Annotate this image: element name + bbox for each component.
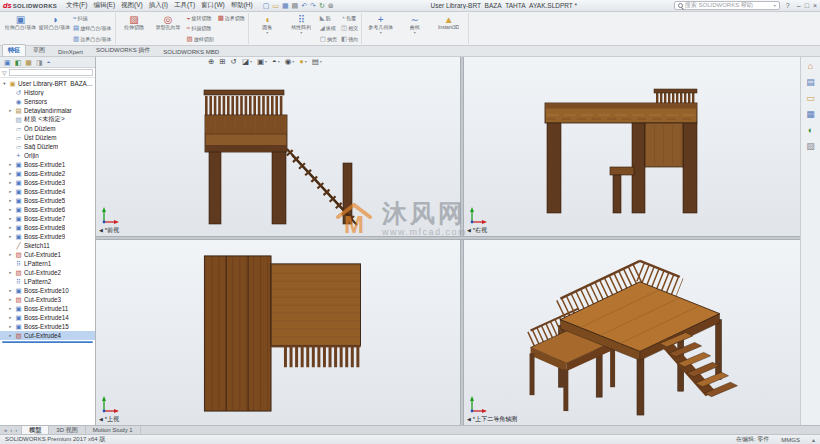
feature-tree-item[interactable]: ▸ ▣ Boss-Extrude6 [0, 205, 95, 214]
options-icon[interactable]: ⊛ [328, 2, 334, 9]
command-tab[interactable]: SOLIDWORKS MBD [157, 47, 225, 56]
feature-tree-item[interactable]: ▸ ⠿ LPattern2 [0, 277, 95, 286]
feature-tree-item[interactable]: ▸ ▣ Boss-Extrude15 [0, 322, 95, 331]
headsup-button[interactable]: ▤ ▾ [312, 58, 322, 66]
expand-arrow-icon[interactable]: ▸ [8, 207, 13, 212]
feature-tree-item[interactable]: ▸ ▱ Üst Düzlem [0, 133, 95, 142]
ribbon-button-large[interactable]: ▲ Instant3D ▾ [432, 13, 465, 44]
expand-arrow-icon[interactable]: ▸ [8, 189, 13, 194]
menu-item[interactable]: 工具(T) [174, 1, 195, 10]
expand-arrow-icon[interactable]: ▸ [8, 216, 13, 221]
minimize-icon[interactable]: – [797, 2, 801, 9]
units-selector[interactable]: MMGS [781, 437, 800, 443]
expand-arrow-icon[interactable]: ▸ [8, 333, 13, 338]
custom-properties-icon[interactable]: ▨ [806, 142, 815, 151]
command-tab[interactable]: 草图 [27, 44, 51, 56]
file-explorer-icon[interactable]: ▭ [806, 94, 815, 103]
feature-tree-item[interactable]: ▸ ╱ Sketch11 [0, 241, 95, 250]
expand-arrow-icon[interactable]: ▸ [8, 180, 13, 185]
document-tab[interactable]: 3D 视图 [49, 426, 85, 434]
feature-tree-root[interactable]: ▾ ▣ User Library-BRT_BAZA_TAHTA_AYAK [0, 79, 95, 88]
feature-tree-item[interactable]: ▸ ▨ Cut-Extrude4 [0, 331, 95, 340]
ribbon-button-large[interactable]: ◖ 圆角 ▾ [251, 13, 284, 44]
ribbon-button-large[interactable]: ∼ 曲线 ▾ [398, 13, 431, 44]
ribbon-button-large[interactable]: ⠿ 线性阵列 ▾ [285, 13, 318, 44]
feature-tree-item[interactable]: ▸ ▣ Boss-Extrude3 [0, 178, 95, 187]
rebuild-icon[interactable]: ↻ [319, 2, 325, 9]
viewport-split-arrow-icon[interactable]: ◀ [467, 417, 471, 422]
feature-manager-tab-icon[interactable]: ▣ [4, 59, 11, 66]
search-dropdown-icon[interactable]: ▾ [774, 4, 776, 8]
ribbon-button-small[interactable]: ▧ 放样切割 [186, 36, 215, 43]
menu-item[interactable]: 视图(V) [121, 1, 143, 10]
ribbon-button-large[interactable]: ◎ 异型孔向导 ▾ [152, 13, 185, 44]
feature-tree-item[interactable]: ▸ ↺ History [0, 88, 95, 97]
viewport-right[interactable]: ◀ *右视 [464, 57, 800, 236]
ribbon-button-small[interactable]: ▢ 抽壳 [319, 36, 338, 43]
feature-tree-item[interactable]: ▸ + Orijin [0, 151, 95, 160]
feature-tree-item[interactable]: ▸ ▣ Boss-Extrude1 [0, 160, 95, 169]
next-tab-icon[interactable]: › [15, 427, 17, 433]
maximize-icon[interactable]: □ [805, 2, 809, 9]
menu-item[interactable]: 文件(F) [66, 1, 87, 10]
expand-arrow-icon[interactable]: ▸ [8, 315, 13, 320]
new-icon[interactable]: ▢ [263, 2, 270, 9]
ribbon-button-small[interactable]: ◫ 相交 [340, 25, 359, 32]
headsup-button[interactable]: ◪ ▾ [242, 58, 252, 66]
feature-tree-item[interactable]: ▸ ▨ Cut-Extrude3 [0, 295, 95, 304]
expand-arrow-icon[interactable]: ▸ [8, 306, 13, 311]
headsup-button[interactable]: ● ▾ [299, 58, 307, 66]
viewport-top[interactable]: ◀ *上视 [96, 240, 460, 425]
dimxpert-tab-icon[interactable]: ◨ [36, 59, 43, 66]
headsup-button[interactable]: ◓ ▾ [272, 58, 280, 66]
document-tab[interactable]: Motion Study 1 [86, 426, 141, 434]
feature-tree-item[interactable]: ▸ ▣ Boss-Extrude8 [0, 223, 95, 232]
feature-tree-item[interactable]: ▸ ▱ Ön Düzlem [0, 124, 95, 133]
feature-tree-item[interactable]: ▸ ◉ Sensors [0, 97, 95, 106]
ribbon-button-large[interactable]: ◑ 旋转凸台/基体 ▾ [38, 13, 71, 44]
headsup-button[interactable]: ↺ ▾ [231, 58, 237, 66]
feature-tree-item[interactable]: ▸ ▤ Detaylandırmalar [0, 106, 95, 115]
headsup-button[interactable]: ◉ ▾ [285, 58, 295, 66]
menu-item[interactable]: 编辑(E) [93, 1, 115, 10]
feature-tree-item[interactable]: ▸ ▣ Boss-Extrude2 [0, 169, 95, 178]
viewport-splitter-vertical[interactable] [460, 57, 464, 425]
save-icon[interactable]: ▦ [282, 2, 289, 9]
expand-arrow-icon[interactable]: ▸ [8, 171, 13, 176]
command-tab[interactable]: 特征 [2, 44, 26, 56]
headsup-button[interactable]: ⊞ ▾ [219, 58, 225, 66]
ribbon-button-small[interactable]: ▩ 边界切除 [217, 15, 246, 22]
redo-icon[interactable]: ↷ [310, 2, 316, 9]
feature-tree-item[interactable]: ▸ ▣ Boss-Extrude10 [0, 286, 95, 295]
ribbon-button-small[interactable]: ◔ 包覆 [340, 15, 359, 22]
expand-arrow-icon[interactable]: ▸ [8, 288, 13, 293]
headsup-button[interactable]: ⊕ ▾ [208, 58, 214, 66]
viewport-split-arrow-icon[interactable]: ◀ [99, 228, 103, 233]
feature-tree-item[interactable]: ▸ ▣ Boss-Extrude11 [0, 304, 95, 313]
ribbon-button-small[interactable]: ≈ 扫描切除 [186, 25, 215, 32]
expand-arrow-icon[interactable]: ▸ [8, 270, 13, 275]
display-manager-tab-icon[interactable]: ◓ [47, 59, 51, 66]
feature-tree-item[interactable]: ▸ ▣ Boss-Extrude4 [0, 187, 95, 196]
feature-tree-filter-input[interactable] [9, 69, 93, 76]
ribbon-button-large[interactable]: + 参考几何体 ▾ [364, 13, 397, 44]
design-library-icon[interactable]: ▤ [806, 78, 815, 87]
viewport-split-arrow-icon[interactable]: ◀ [99, 417, 103, 422]
help-icon[interactable]: ? [786, 2, 790, 9]
help-search-box[interactable]: 搜索 SOLIDWORKS 帮助 ▾ [674, 1, 780, 10]
menu-item[interactable]: 插入(I) [149, 1, 168, 10]
ribbon-button-small[interactable]: ≈ 扫描 [72, 15, 113, 22]
ribbon-button-small[interactable]: ◣ 筋 [319, 15, 338, 22]
expand-arrow-icon[interactable]: ▸ [8, 297, 13, 302]
feature-tree-item[interactable]: ▸ ▣ Boss-Extrude9 [0, 232, 95, 241]
viewport-front[interactable]: ◀ *前视 [96, 57, 460, 236]
resources-icon[interactable]: ⌂ [808, 62, 813, 71]
configuration-manager-tab-icon[interactable]: ▦ [25, 59, 32, 66]
menu-item[interactable]: 帮助(H) [231, 1, 253, 10]
feature-tree-item[interactable]: ▸ ▨ Cut-Extrude2 [0, 268, 95, 277]
expand-arrow-icon[interactable]: ▸ [8, 234, 13, 239]
appearances-icon[interactable]: ◐ [808, 126, 813, 135]
feature-tree-item[interactable]: ▸ ▨ Cut-Extrude1 [0, 250, 95, 259]
ribbon-button-small[interactable]: ▤ 放样凸台/基体 [72, 25, 113, 32]
headsup-button[interactable]: ▣ ▾ [257, 58, 267, 66]
